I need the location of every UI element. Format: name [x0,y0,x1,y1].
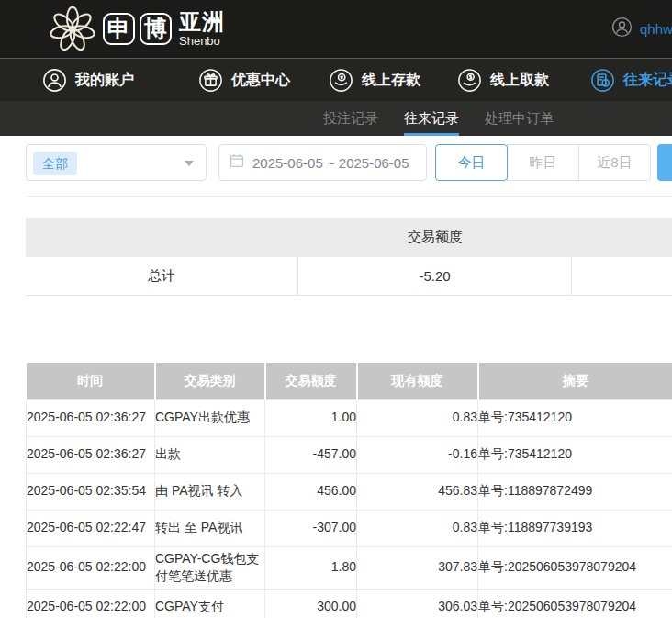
cell-note: 单号:735412120 [478,399,672,436]
tab-pending-orders[interactable]: 处理中订单 [485,101,554,136]
brand-logo[interactable]: 申 博 亚洲 Shenbo [46,1,225,57]
cell-time: 2025-06-05 02:22:00 [27,589,155,618]
nav-item-my-account[interactable]: 我的账户 [42,59,134,101]
nav-label: 线上存款 [362,71,420,90]
type-filter-select[interactable]: 全部 [26,144,207,181]
today-button[interactable]: 今日 [435,144,508,181]
chevron-down-icon [185,161,194,166]
tab-label: 处理中订单 [485,110,554,126]
cell-balance: 0.83 [357,510,478,546]
brand-char-shen: 申 [103,13,135,45]
cell-balance: -0.16 [357,436,478,473]
table-row: 2025-06-05 02:22:00 CGPAY-CG钱包支付笔笔送优惠 1.… [27,546,672,589]
deposit-hand-coins-icon [329,68,353,93]
cell-note: 单号:118897872499 [478,473,672,510]
user-circle-icon [42,68,67,93]
nav-label: 优惠中心 [231,71,290,90]
cell-note: 单号:118897739193 [478,510,672,546]
cell-balance: 456.83 [357,473,478,510]
table-row: 2025-06-05 02:36:27 CGPAY出款优惠 1.00 0.83 … [27,399,672,436]
flower-logo-icon [46,3,99,56]
nav-item-deposit[interactable]: 线上存款 [329,59,420,101]
sub-tabbar: 投注记录 往来记录 处理中订单 [0,101,672,136]
nav-item-withdraw[interactable]: 线上取款 [457,59,549,101]
summary-total-label: 总计 [26,257,298,295]
tab-transaction-records[interactable]: 往来记录 [404,101,459,136]
cell-type: 出款 [155,436,265,473]
cell-amount: -457.00 [265,436,357,473]
username-text: qhhw [640,21,672,37]
table-row: 2025-06-05 02:35:54 由 PA视讯 转入 456.00 456… [27,473,672,510]
summary-total-value: -5.20 [298,257,572,295]
col-header-type: 交易类别 [155,363,265,399]
summary-header-amount: 交易额度 [298,229,572,246]
cell-type: 转出 至 PA视讯 [155,510,265,546]
brand-name-boxes: 申 博 [103,13,172,45]
date-range-input[interactable]: 2025-06-05 ~ 2025-06-05 [218,144,427,181]
nav-item-transaction-records[interactable]: 往来记录 [590,59,672,101]
transactions-table: 时间 交易类别 交易额度 现有额度 摘要 2025-06-05 02:36:27… [26,363,672,618]
top-header: 申 博 亚洲 Shenbo qhhw [0,0,672,58]
cell-note: 单号:202506053978079204 [478,589,672,618]
table-row: 2025-06-05 02:22:47 转出 至 PA视讯 -307.00 0.… [27,510,672,546]
cell-balance: 306.03 [357,589,478,618]
nav-label: 我的账户 [75,71,134,90]
yesterday-button[interactable]: 昨日 [507,144,579,181]
tab-betting-records[interactable]: 投注记录 [323,101,378,136]
quick-date-button-group: 今日 昨日 近8日 [435,144,651,181]
cell-type: CGPAY出款优惠 [155,399,265,436]
brand-region-block: 亚洲 Shenbo [179,10,225,47]
col-header-amount: 交易额度 [265,363,357,399]
cell-time: 2025-06-05 02:35:54 [27,473,155,510]
nav-label: 线上取款 [490,71,549,90]
search-button[interactable] [657,144,672,181]
summary-header-row: 交易额度 [26,218,672,257]
nav-item-promotions[interactable]: 优惠中心 [198,59,290,101]
calendar-icon [230,153,244,172]
table-row: 2025-06-05 02:36:27 出款 -457.00 -0.16 单号:… [27,436,672,473]
table-header-row: 时间 交易类别 交易额度 现有额度 摘要 [27,363,672,399]
records-clipboard-icon [590,68,615,93]
cell-time: 2025-06-05 02:36:27 [27,399,155,436]
cell-amount: 1.80 [265,546,357,589]
summary-table: 交易额度 总计 -5.20 [26,218,672,296]
summary-empty-cell [572,257,672,295]
cell-type: CGPAY-CG钱包支付笔笔送优惠 [155,546,265,589]
cell-amount: 1.00 [265,399,357,436]
gift-icon [198,68,223,93]
user-account-link[interactable]: qhhw [611,0,672,58]
cell-amount: -307.00 [265,510,357,546]
section-divider [26,196,672,197]
avatar-icon [611,17,633,41]
summary-total-row: 总计 -5.20 [26,257,672,296]
nav-label: 往来记录 [623,71,672,90]
col-header-note: 摘要 [478,363,672,399]
brand-region-text: 亚洲 [179,10,225,33]
cell-time: 2025-06-05 02:36:27 [27,436,155,473]
withdraw-hand-coin-icon [457,68,482,93]
main-nav: 我的账户 优惠中心 线上存款 [0,58,672,101]
type-filter-selected-chip: 全部 [33,152,77,175]
cell-amount: 300.00 [265,589,357,618]
brand-char-bo: 博 [140,13,172,45]
date-range-value: 2025-06-05 ~ 2025-06-05 [252,155,409,171]
cell-time: 2025-06-05 02:22:47 [27,510,155,546]
brand-sub-text: Shenbo [179,34,225,48]
tab-label: 投注记录 [323,110,378,126]
table-row: 2025-06-05 02:22:00 CGPAY支付 300.00 306.0… [27,589,672,618]
col-header-balance: 现有额度 [357,363,478,399]
cell-note: 单号:735412120 [478,436,672,473]
cell-amount: 456.00 [265,473,357,510]
cell-balance: 0.83 [357,399,478,436]
cell-balance: 307.83 [357,546,478,589]
cell-type: CGPAY支付 [155,589,265,618]
cell-time: 2025-06-05 02:22:00 [27,546,155,589]
last-8-days-button[interactable]: 近8日 [578,144,651,181]
cell-type: 由 PA视讯 转入 [155,473,265,510]
tab-label: 往来记录 [404,110,459,126]
cell-note: 单号:202506053978079204 [478,546,672,589]
col-header-time: 时间 [27,363,155,399]
